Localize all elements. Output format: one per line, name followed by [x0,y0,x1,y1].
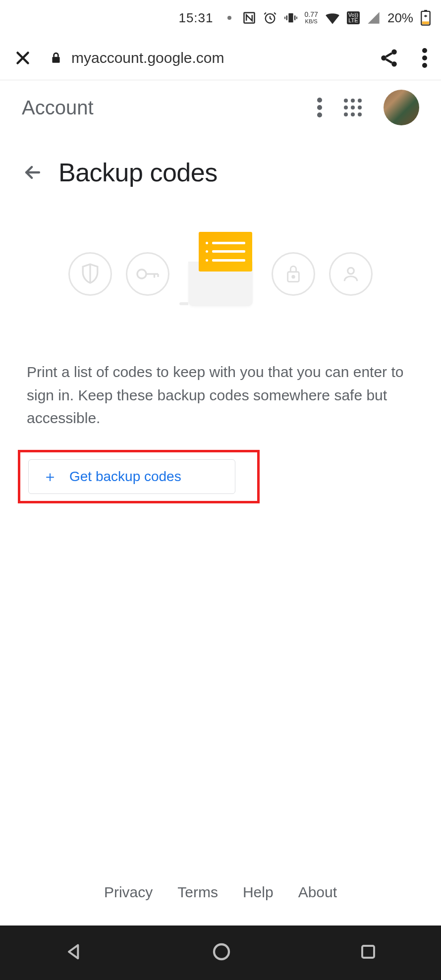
svg-rect-8 [424,10,427,12]
battery-percent: 20% [387,10,413,26]
svg-point-15 [422,55,427,60]
signal-icon [367,11,381,25]
svg-rect-9 [422,21,429,24]
nav-back-icon[interactable] [64,942,84,964]
android-nav-bar [0,926,441,980]
svg-rect-5 [284,17,285,19]
nav-home-icon[interactable] [212,942,231,964]
codes-card-icon [183,232,258,316]
nfc-icon [242,11,256,25]
svg-point-23 [348,268,354,274]
back-arrow-icon[interactable] [22,162,44,183]
footer-terms-link[interactable]: Terms [177,884,218,901]
avatar[interactable] [384,90,419,125]
svg-rect-6 [296,17,297,19]
apps-grid-icon[interactable] [344,99,362,116]
svg-point-19 [317,112,322,117]
status-time: 15:31 [178,10,213,26]
data-rate-indicator: 0.77 KB/S [305,11,318,25]
get-backup-codes-button[interactable]: ＋ Get backup codes [28,459,235,494]
svg-rect-3 [286,15,287,20]
account-title: Account [22,97,307,119]
page-description: Print a list of codes to keep with you t… [27,361,414,430]
footer-help-link[interactable]: Help [243,884,274,901]
svg-point-16 [422,63,427,68]
svg-rect-10 [52,56,59,62]
svg-point-24 [214,944,229,959]
vibrate-icon [284,11,298,25]
data-rate-value: 0.77 [305,11,318,18]
footer-links: Privacy Terms Help About [0,884,441,901]
svg-rect-4 [294,15,295,20]
account-menu-icon[interactable] [317,98,322,117]
url-text: myaccount.google.com [71,50,224,66]
data-rate-unit: KB/S [305,18,318,25]
status-dot-icon [227,16,231,20]
wifi-icon [325,11,340,25]
alarm-icon [263,11,277,25]
svg-rect-25 [362,946,374,958]
nav-recent-icon[interactable] [359,943,377,963]
volte-icon: Vo)) LTE [347,11,360,24]
person-icon [329,252,373,296]
svg-point-20 [137,270,146,278]
svg-point-13 [391,61,397,67]
svg-point-12 [381,55,386,60]
close-icon[interactable] [14,49,32,67]
page-content: Backup codes [0,135,441,503]
svg-point-14 [422,48,427,53]
footer-about-link[interactable]: About [298,884,337,901]
key-icon [126,252,169,296]
url-bar[interactable]: myaccount.google.com [50,50,361,66]
lock-icon [50,51,62,65]
page-title: Backup codes [58,158,218,187]
shield-icon [68,252,112,296]
browser-menu-icon[interactable] [422,48,427,68]
footer-privacy-link[interactable]: Privacy [104,884,153,901]
account-header: Account [0,80,441,135]
svg-rect-2 [288,13,293,23]
plus-icon: ＋ [43,469,57,484]
highlight-annotation: ＋ Get backup codes [18,450,260,503]
svg-point-18 [317,105,322,110]
share-icon[interactable] [379,48,399,68]
battery-icon [420,10,431,26]
svg-point-17 [317,98,322,103]
status-bar: 15:31 0.77 KB/S Vo)) LTE [0,0,441,36]
svg-point-11 [391,49,397,54]
lock-circle-icon [272,252,315,296]
get-backup-codes-label: Get backup codes [69,469,181,485]
browser-bar: myaccount.google.com [0,36,441,80]
backup-codes-illustration [22,227,419,321]
svg-point-22 [292,275,295,278]
